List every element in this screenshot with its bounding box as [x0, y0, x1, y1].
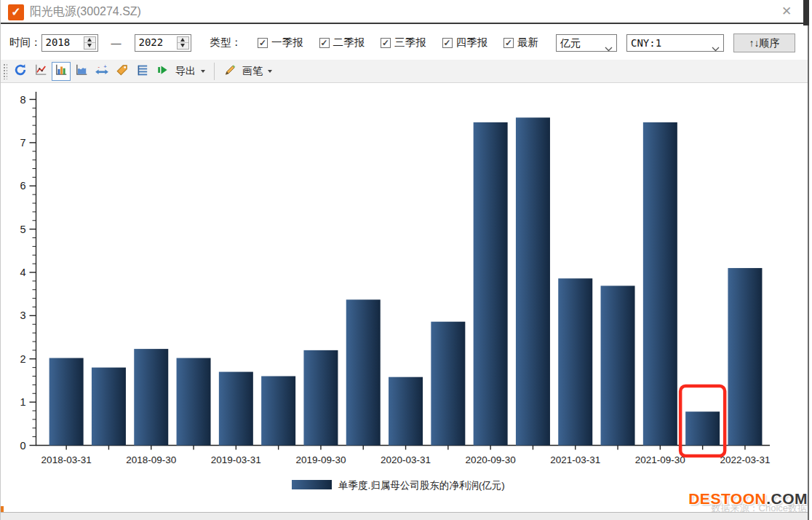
svg-text:8: 8 [20, 94, 25, 106]
tag-button[interactable] [113, 62, 132, 81]
filter-controls-row: 时间： 2018 — 2022 类型： ✓ 一季报 ✓ 二季报 ✓ [1, 25, 808, 60]
bar-chart-button[interactable] [52, 62, 71, 81]
svg-text:-: - [97, 63, 100, 70]
currency-select[interactable]: CNY:1 [626, 34, 724, 52]
currency-select-value: CNY:1 [631, 37, 661, 49]
bar [177, 358, 211, 446]
line-chart-button[interactable] [31, 62, 50, 81]
bar [303, 350, 338, 446]
stock-chart-window: ✓ 阳光电源(300274.SZ) ✕ 时间： 2018 — 2022 类型： … [0, 0, 812, 520]
svg-text:7: 7 [20, 137, 25, 149]
range-dash: — [111, 37, 122, 49]
bar [643, 122, 677, 446]
toolbar-grip-handle[interactable] [3, 63, 7, 79]
area-chart-button[interactable] [72, 62, 91, 81]
year-from-value: 2018 [46, 36, 71, 48]
checkbox-label: 二季报 [333, 36, 365, 50]
spin-down-button[interactable] [178, 43, 188, 49]
line-chart-icon [34, 63, 47, 79]
checkbox-q1-report[interactable]: ✓ 一季报 [258, 36, 303, 50]
checkbox-label: 最新 [517, 36, 538, 50]
window-right-margin [809, 0, 812, 520]
legend-label: 单季度.归属母公司股东的净利润(亿元) [338, 480, 505, 491]
svg-text:0: 0 [20, 440, 25, 452]
checkbox-checked-icon: ✓ [319, 38, 330, 48]
checkbox-q2-report[interactable]: ✓ 二季报 [319, 36, 365, 50]
down-arrow-icon [87, 44, 92, 47]
bar [431, 322, 465, 446]
legend-swatch [292, 480, 332, 489]
svg-text:2021-09-30: 2021-09-30 [635, 454, 685, 465]
svg-text:2020-03-31: 2020-03-31 [381, 454, 431, 465]
checkbox-label: 四季报 [456, 36, 488, 50]
export-button[interactable] [154, 62, 172, 81]
profit-bar-chart[interactable]: 0123456782018-03-312018-09-302019-03-312… [1, 83, 812, 515]
refresh-button[interactable] [11, 62, 30, 81]
bar [474, 122, 508, 446]
bar [261, 377, 295, 446]
brush-dropdown-icon[interactable] [268, 70, 272, 73]
svg-text:3: 3 [20, 310, 25, 321]
watermark-brand: DESTOON [688, 490, 766, 507]
spin-buttons [177, 36, 189, 50]
bar [49, 358, 84, 446]
svg-text:5: 5 [20, 224, 25, 235]
close-icon[interactable]: ✕ [779, 4, 795, 20]
svg-text:1: 1 [20, 396, 25, 408]
svg-text:+: + [103, 63, 107, 70]
year-to-value: 2022 [139, 36, 164, 48]
year-to-spinner[interactable]: 2022 [135, 34, 191, 52]
down-arrow-icon [180, 44, 185, 47]
checkbox-q4-report[interactable]: ✓ 四季报 [442, 36, 488, 50]
checkbox-label: 三季报 [394, 36, 426, 50]
refresh-icon [14, 63, 27, 79]
bar [219, 372, 253, 446]
brush-button[interactable] [220, 62, 239, 81]
spin-up-button[interactable] [178, 37, 188, 43]
export-label[interactable]: 导出 [175, 65, 196, 78]
window-corner-block [803, 0, 809, 25]
svg-text:4: 4 [20, 267, 25, 278]
svg-text:6: 6 [20, 180, 25, 192]
export-dropdown-icon[interactable] [201, 70, 205, 73]
checkbox-checked-icon: ✓ [258, 38, 268, 48]
title-bar: ✓ 阳光电源(300274.SZ) ✕ [1, 0, 812, 24]
unit-select[interactable]: 亿元 [556, 34, 617, 52]
unit-select-value: 亿元 [560, 37, 581, 50]
selected-check-icon[interactable]: ✓ [8, 4, 24, 20]
watermark-logo: DESTOON.COM [688, 490, 808, 508]
svg-text:2019-03-31: 2019-03-31 [211, 454, 261, 465]
area-chart-icon [75, 63, 88, 79]
checkbox-checked-icon: ✓ [503, 38, 514, 48]
bar [558, 278, 592, 445]
bar [134, 349, 168, 445]
checkbox-q3-report[interactable]: ✓ 三季报 [381, 36, 426, 50]
checkbox-latest[interactable]: ✓ 最新 [503, 36, 538, 50]
chart-region: 0123456782018-03-312018-09-302019-03-312… [1, 83, 812, 512]
type-label: 类型： [210, 36, 242, 50]
bottom-status-strip [1, 512, 812, 520]
time-label: 时间： [9, 36, 41, 50]
brush-label[interactable]: 画笔 [242, 65, 263, 78]
sort-order-button[interactable]: ↑↓顺序 [733, 34, 795, 52]
checkbox-label: 一季报 [271, 36, 303, 50]
zoom-range-button[interactable]: -+ [92, 62, 111, 81]
window-title: 阳光电源(300274.SZ) [30, 0, 141, 23]
bar [92, 368, 126, 446]
bar [601, 285, 635, 445]
year-from-spinner[interactable]: 2018 [41, 34, 98, 52]
watermark-suffix: .COM [766, 490, 808, 507]
up-arrow-icon [180, 38, 185, 42]
chevron-down-icon [605, 42, 613, 55]
list-button[interactable] [133, 62, 152, 81]
bar [728, 268, 762, 445]
svg-text:2018-09-30: 2018-09-30 [126, 454, 176, 465]
svg-text:2: 2 [20, 353, 25, 365]
spin-down-button[interactable] [84, 43, 95, 49]
bar [346, 299, 381, 445]
spin-up-button[interactable] [84, 37, 95, 43]
export-icon [156, 63, 170, 79]
tag-icon [116, 63, 129, 79]
list-icon [136, 63, 149, 79]
up-arrow-icon [87, 38, 92, 42]
